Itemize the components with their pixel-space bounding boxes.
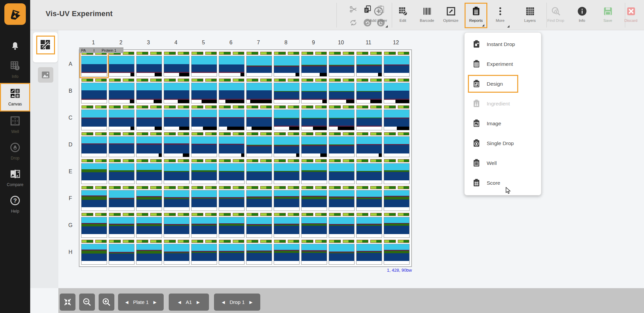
well-F11[interactable] (356, 186, 382, 211)
well-G11[interactable] (356, 213, 382, 238)
barcode-button[interactable]: Barcode (416, 3, 438, 28)
well-G6[interactable] (219, 213, 245, 238)
well-H5[interactable] (191, 240, 217, 265)
well-D8[interactable] (274, 132, 300, 157)
well-A6[interactable] (219, 52, 245, 77)
well-B5[interactable] (191, 79, 217, 103)
well-E6[interactable] (219, 159, 245, 184)
well-F3[interactable] (136, 186, 162, 211)
well-E2[interactable] (109, 159, 135, 184)
sidebar-item-well[interactable]: Well (0, 111, 30, 138)
well-C11[interactable] (356, 105, 382, 130)
menu-item-design[interactable]: Design (465, 74, 541, 94)
well-B7[interactable] (246, 79, 272, 103)
well-C8[interactable] (274, 105, 300, 130)
well-H7[interactable] (246, 240, 272, 265)
fit-button[interactable] (60, 294, 75, 311)
edit-button[interactable]: Edit (391, 3, 414, 28)
well-A10[interactable] (329, 52, 355, 77)
well-A8[interactable] (274, 52, 300, 77)
well-H11[interactable] (356, 240, 382, 265)
well-D12[interactable] (384, 132, 410, 157)
info-button[interactable]: Info (571, 3, 593, 28)
well-H3[interactable] (136, 240, 162, 265)
reports-button[interactable]: Reports (465, 3, 487, 28)
well-D5[interactable] (191, 132, 217, 157)
menu-item-score[interactable]: Score (465, 173, 541, 193)
well-G3[interactable] (136, 213, 162, 238)
well-H9[interactable] (301, 240, 327, 265)
well-B4[interactable] (164, 79, 190, 103)
well-H10[interactable] (329, 240, 355, 265)
well-D11[interactable] (356, 132, 382, 157)
more-button[interactable]: More (489, 3, 512, 28)
well-B11[interactable] (356, 79, 382, 103)
well-A9[interactable] (301, 52, 327, 77)
sidebar-item-help[interactable]: ?Help (0, 191, 30, 218)
well-E10[interactable] (329, 159, 355, 184)
well-F5[interactable] (191, 186, 217, 211)
well-H8[interactable] (274, 240, 300, 265)
well-H2[interactable] (109, 240, 135, 265)
save-button[interactable]: Save (596, 3, 619, 28)
well-C9[interactable] (301, 105, 327, 130)
well-B9[interactable] (301, 79, 327, 103)
well-H4[interactable] (164, 240, 190, 265)
well-A11[interactable] (356, 52, 382, 77)
image-tool-button[interactable] (38, 67, 53, 83)
cut-icon-button[interactable] (347, 3, 360, 15)
next-arrow-icon[interactable]: ▶ (149, 300, 161, 305)
discard-button[interactable]: Discard (620, 3, 642, 28)
well-F8[interactable] (274, 186, 300, 211)
well-F6[interactable] (219, 186, 245, 211)
well-D6[interactable] (219, 132, 245, 157)
well-D1[interactable] (81, 132, 107, 157)
well-D3[interactable] (136, 132, 162, 157)
next-arrow-icon[interactable]: ▶ (192, 300, 204, 305)
menu-item-well[interactable]: Well (465, 153, 541, 173)
well-H1[interactable] (81, 240, 107, 265)
well-G9[interactable] (301, 213, 327, 238)
well-H6[interactable] (219, 240, 245, 265)
well-E7[interactable] (246, 159, 272, 184)
menu-item-experiment[interactable]: Experiment (465, 54, 541, 74)
well-F10[interactable] (329, 186, 355, 211)
well-A3[interactable] (136, 52, 162, 77)
menu-item-instant-drop[interactable]: Instant Drop (465, 34, 541, 54)
sidebar-item-info[interactable]: Info (0, 56, 30, 83)
well-E12[interactable] (384, 159, 410, 184)
well-G12[interactable] (384, 213, 410, 238)
menu-item-single-drop[interactable]: Single Drop (465, 133, 541, 153)
well-G2[interactable] (109, 213, 135, 238)
well-A2[interactable] (109, 52, 135, 77)
zoom-out-button[interactable] (79, 294, 95, 311)
well-C5[interactable] (191, 105, 217, 130)
well-F2[interactable] (109, 186, 135, 211)
sync-icon-button[interactable] (347, 16, 360, 29)
well-A5[interactable] (191, 52, 217, 77)
well-E9[interactable] (301, 159, 327, 184)
well-E5[interactable] (191, 159, 217, 184)
sidebar-item-notifications[interactable] (0, 37, 30, 56)
well-D9[interactable] (301, 132, 327, 157)
well-E3[interactable] (136, 159, 162, 184)
well-G4[interactable] (164, 213, 190, 238)
well-G1[interactable] (81, 213, 107, 238)
previous-arrow-icon[interactable]: ◀ (120, 300, 133, 305)
well-F7[interactable] (246, 186, 272, 211)
well-B3[interactable] (136, 79, 162, 103)
sidebar-item-canvas[interactable]: Canvas (0, 83, 30, 111)
well-A1[interactable] (81, 52, 107, 77)
well-E11[interactable] (356, 159, 382, 184)
previous-arrow-icon[interactable]: ◀ (217, 300, 229, 305)
well-C12[interactable] (384, 105, 410, 130)
sidebar-item-compare[interactable]: Compare (0, 165, 30, 191)
well-F9[interactable] (301, 186, 327, 211)
well-G5[interactable] (191, 213, 217, 238)
well-F4[interactable] (164, 186, 190, 211)
well-D7[interactable] (246, 132, 272, 157)
menu-item-image[interactable]: Image (465, 114, 541, 133)
well-A4[interactable] (164, 52, 190, 77)
well-B12[interactable] (384, 79, 410, 103)
well-H12[interactable] (384, 240, 410, 265)
